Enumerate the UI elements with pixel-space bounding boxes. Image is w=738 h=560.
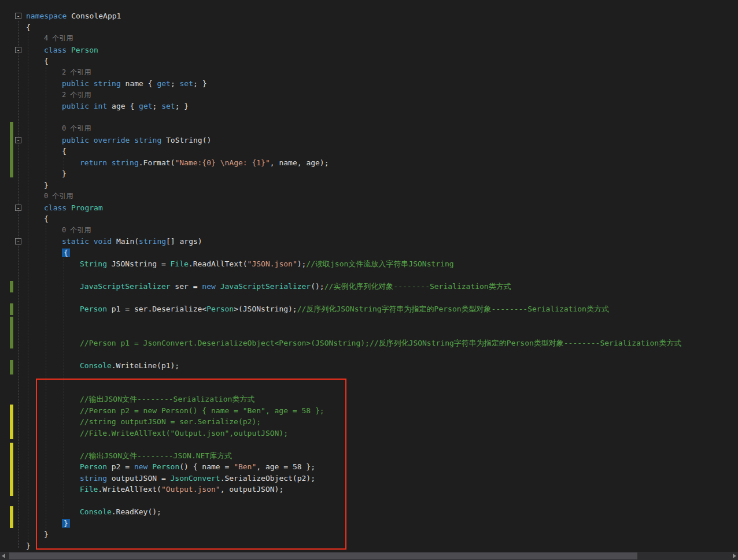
change-indicator-bar xyxy=(10,506,13,528)
code-token: public xyxy=(62,136,94,144)
code-line[interactable]: class Program xyxy=(0,202,738,214)
code-line[interactable]: return string.Format("Name:{0} \nAge: {1… xyxy=(0,157,738,169)
code-token: string xyxy=(139,237,166,246)
code-token: //反序列化JSONstring字符串为指定的Person类型对象-------… xyxy=(297,305,609,313)
change-indicator-bar xyxy=(10,317,13,348)
code-token: string xyxy=(134,136,166,144)
code-token: new xyxy=(202,282,220,291)
code-line[interactable] xyxy=(0,326,738,338)
code-token: { xyxy=(44,214,49,223)
change-indicator-bar xyxy=(10,122,13,177)
code-token: String xyxy=(80,259,107,268)
code-line[interactable]: public override string ToString() xyxy=(0,135,738,146)
code-token: { xyxy=(62,147,67,155)
code-token: //实例化序列化对象--------Serialization类方式 xyxy=(324,282,511,291)
change-indicator-bar xyxy=(10,405,13,439)
code-line[interactable]: public string name { get; set; } xyxy=(0,78,738,90)
scroll-right-arrow-icon[interactable] xyxy=(733,554,736,558)
code-line[interactable] xyxy=(0,315,738,327)
code-line[interactable]: namespace ConsoleApp1 xyxy=(0,10,738,22)
code-line[interactable]: { xyxy=(0,22,738,34)
code-token: int xyxy=(94,102,112,110)
code-token: age { xyxy=(112,102,139,110)
fold-marker-icon[interactable]: - xyxy=(15,47,21,53)
code-editor[interactable]: ----- namespace ConsoleApp1{4 个引用class P… xyxy=(0,0,738,560)
code-line[interactable] xyxy=(0,348,738,360)
code-token: namespace xyxy=(26,12,71,20)
code-token: JavaScriptSerializer xyxy=(80,282,171,291)
code-token: void xyxy=(94,237,116,246)
code-token: //Person p1 = JsonConvert.DeserializeObj… xyxy=(80,339,681,347)
codelens-line[interactable]: 4 个引用 xyxy=(0,33,738,44)
codelens-line[interactable]: 2 个引用 xyxy=(0,67,738,79)
code-line[interactable] xyxy=(0,270,738,281)
code-token: { xyxy=(44,57,49,65)
code-line[interactable]: static void Main(string[] args) xyxy=(0,236,738,247)
code-token: string xyxy=(94,79,126,88)
code-token: public xyxy=(62,79,94,88)
code-token: ConsoleApp1 xyxy=(71,12,121,20)
fold-marker-icon[interactable]: - xyxy=(15,205,21,211)
code-token: p1 = ser.Deserialize< xyxy=(107,305,206,313)
code-token: ; xyxy=(171,79,180,88)
change-indicator-bar xyxy=(10,281,13,292)
code-token: get xyxy=(139,102,152,110)
code-token: override xyxy=(94,136,134,144)
code-token: .ReadAllText( xyxy=(189,259,248,268)
scrollbar-thumb[interactable] xyxy=(9,552,637,559)
change-indicator-bar xyxy=(10,360,13,374)
code-line[interactable] xyxy=(0,292,738,304)
code-line[interactable]: public int age { get; set; } xyxy=(0,101,738,112)
code-token: Person xyxy=(71,46,98,54)
code-token: Main( xyxy=(116,237,139,246)
code-line[interactable]: } xyxy=(0,168,738,180)
codelens-line[interactable]: 2 个引用 xyxy=(0,90,738,101)
code-token: "JSON.json" xyxy=(248,259,297,268)
code-token: } xyxy=(62,169,67,178)
code-token: } xyxy=(26,542,31,550)
code-token: JSONstring = xyxy=(107,259,171,268)
code-token: ); xyxy=(297,259,307,268)
code-line[interactable]: Console.WriteLine(p1); xyxy=(0,360,738,372)
code-line[interactable]: Person p1 = ser.Deserialize<Person>(JSON… xyxy=(0,303,738,315)
code-token: .WriteLine(p1); xyxy=(112,361,179,370)
fold-marker-icon[interactable]: - xyxy=(15,238,21,244)
code-token: Program xyxy=(71,203,103,212)
code-token: (); xyxy=(311,282,324,291)
code-line[interactable]: class Person xyxy=(0,44,738,56)
fold-marker-icon[interactable]: - xyxy=(15,13,21,19)
code-token: ; } xyxy=(193,79,206,88)
code-token: ToString() xyxy=(166,136,211,144)
code-token: get xyxy=(157,79,170,88)
code-token: class xyxy=(44,203,71,212)
code-token: public xyxy=(62,102,94,110)
horizontal-scrollbar[interactable] xyxy=(0,552,738,560)
code-line[interactable]: { xyxy=(0,247,738,259)
code-line[interactable] xyxy=(0,112,738,124)
code-line[interactable]: { xyxy=(0,55,738,67)
scroll-left-arrow-icon[interactable] xyxy=(2,554,5,558)
code-line[interactable]: { xyxy=(0,146,738,157)
code-line[interactable]: } xyxy=(0,180,738,191)
fold-marker-icon[interactable]: - xyxy=(15,137,21,143)
code-line[interactable]: String JSONstring = File.ReadAllText("JS… xyxy=(0,258,738,270)
codelens-line[interactable]: 0 个引用 xyxy=(0,225,738,236)
change-indicator-bar xyxy=(10,303,13,315)
code-token: { xyxy=(62,249,70,257)
change-indicator-bar xyxy=(10,443,13,496)
code-token: ser = xyxy=(171,282,202,291)
code-token: ; } xyxy=(175,102,189,110)
code-token: Console xyxy=(80,361,112,370)
code-line[interactable]: JavaScriptSerializer ser = new JavaScrip… xyxy=(0,281,738,292)
code-token: .Format( xyxy=(139,158,175,167)
code-token: ; xyxy=(153,102,162,110)
codelens-line[interactable]: 0 个引用 xyxy=(0,123,738,135)
code-token: class xyxy=(44,46,71,54)
code-token: static xyxy=(62,237,94,246)
code-token: File xyxy=(171,259,189,268)
code-line[interactable]: { xyxy=(0,213,738,225)
code-line[interactable]: //Person p1 = JsonConvert.DeserializeObj… xyxy=(0,338,738,349)
code-token: Person xyxy=(206,305,234,313)
codelens-line[interactable]: 0 个引用 xyxy=(0,191,738,202)
code-token: Person xyxy=(80,305,107,313)
